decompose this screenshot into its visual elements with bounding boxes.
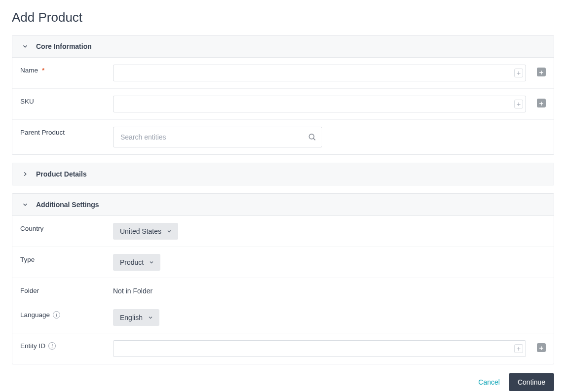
chevron-down-icon (148, 315, 153, 321)
type-value: Product (120, 258, 144, 266)
info-icon[interactable]: i (48, 342, 56, 350)
sku-label: SKU (20, 96, 113, 105)
required-indicator: * (42, 67, 44, 74)
product-details-panel: Product Details (12, 163, 554, 185)
folder-label: Folder (20, 285, 113, 294)
chevron-down-icon (166, 228, 172, 234)
plus-icon[interactable]: + (514, 344, 523, 353)
folder-value: Not in Folder (113, 285, 152, 295)
name-row: Name* + + (12, 58, 554, 88)
product-details-title: Product Details (36, 170, 87, 178)
product-details-header[interactable]: Product Details (12, 163, 554, 185)
parent-product-label: Parent Product (20, 127, 113, 136)
chevron-down-icon (149, 259, 154, 265)
chevron-down-icon (20, 41, 30, 51)
core-info-title: Core Information (36, 42, 92, 50)
language-label: Language i (20, 309, 113, 319)
type-row: Type Product (12, 247, 554, 278)
country-row: Country United States (12, 216, 554, 247)
add-variant-button[interactable]: + (537, 68, 546, 76)
plus-icon[interactable]: + (514, 69, 523, 77)
page-title: Add Product (12, 10, 554, 25)
add-variant-button[interactable]: + (537, 99, 546, 107)
continue-button[interactable]: Continue (509, 373, 554, 391)
cancel-button[interactable]: Cancel (478, 378, 500, 386)
type-label: Type (20, 254, 113, 263)
sku-input[interactable] (113, 96, 526, 112)
entity-id-label: Entity ID i (20, 340, 113, 350)
entity-id-row: Entity ID i + + (12, 333, 554, 364)
name-input[interactable] (113, 65, 526, 81)
language-select[interactable]: English (113, 309, 159, 326)
parent-product-search-input[interactable] (113, 127, 322, 147)
chevron-down-icon (20, 200, 30, 210)
country-label: Country (20, 223, 113, 232)
language-row: Language i English (12, 302, 554, 333)
folder-row: Folder Not in Folder (12, 278, 554, 302)
plus-icon[interactable]: + (514, 100, 523, 108)
language-value: English (120, 314, 143, 321)
core-info-header[interactable]: Core Information (12, 36, 554, 58)
parent-product-row: Parent Product (12, 119, 554, 154)
country-value: United States (120, 227, 161, 235)
additional-settings-header[interactable]: Additional Settings (12, 194, 554, 216)
entity-id-input[interactable] (113, 340, 526, 357)
name-label: Name* (20, 65, 113, 74)
info-icon[interactable]: i (53, 311, 60, 319)
type-select[interactable]: Product (113, 254, 160, 271)
footer-actions: Cancel Continue (12, 373, 554, 391)
additional-settings-panel: Additional Settings Country United State… (12, 193, 554, 364)
additional-settings-title: Additional Settings (36, 201, 99, 209)
country-select[interactable]: United States (113, 223, 178, 240)
chevron-right-icon (20, 169, 30, 179)
add-variant-button[interactable]: + (537, 343, 546, 352)
sku-row: SKU + + (12, 88, 554, 119)
core-information-panel: Core Information Name* + + (12, 35, 554, 155)
